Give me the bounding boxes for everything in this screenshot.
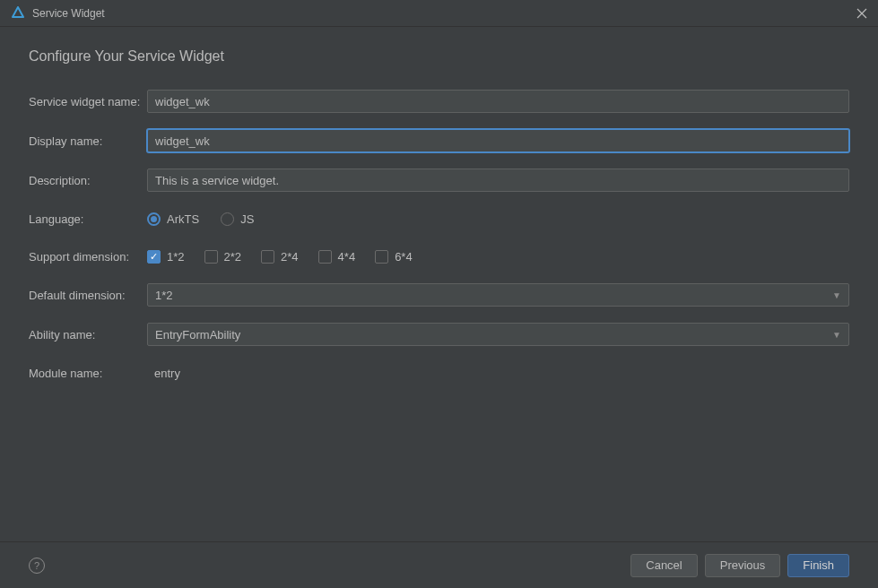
dimension-checkbox-2x4[interactable]: 2*4 bbox=[261, 250, 299, 264]
chevron-down-icon: ▼ bbox=[832, 290, 841, 300]
radio-icon bbox=[147, 212, 161, 226]
radio-label: ArkTS bbox=[167, 212, 199, 226]
checkbox-icon bbox=[261, 250, 274, 264]
finish-button[interactable]: Finish bbox=[787, 554, 849, 577]
checkbox-label: 4*4 bbox=[338, 250, 356, 264]
content-area: Configure Your Service Widget Service wi… bbox=[0, 27, 878, 384]
display-name-label: Display name: bbox=[29, 134, 147, 148]
support-dimension-group: 1*2 2*2 2*4 4*4 6*4 bbox=[147, 250, 849, 264]
language-radio-js[interactable]: JS bbox=[221, 212, 254, 226]
app-logo-icon bbox=[11, 6, 25, 21]
radio-icon bbox=[221, 212, 234, 226]
display-name-input[interactable] bbox=[147, 129, 849, 152]
description-input[interactable] bbox=[147, 169, 849, 192]
window-title: Service Widget bbox=[32, 7, 105, 20]
checkbox-label: 2*4 bbox=[281, 250, 299, 264]
radio-label: JS bbox=[240, 212, 254, 226]
select-value: EntryFormAbility bbox=[155, 328, 240, 342]
language-label: Language: bbox=[29, 212, 147, 226]
checkbox-icon bbox=[375, 250, 388, 264]
row-language: Language: ArkTS JS bbox=[29, 208, 849, 229]
cancel-button[interactable]: Cancel bbox=[630, 554, 697, 577]
checkbox-icon bbox=[147, 250, 161, 264]
row-widget-name: Service widget name: bbox=[29, 90, 849, 113]
widget-name-label: Service widget name: bbox=[29, 95, 147, 108]
help-icon[interactable]: ? bbox=[29, 558, 45, 574]
row-default-dimension: Default dimension: 1*2 ▼ bbox=[29, 283, 849, 307]
button-group: Cancel Previous Finish bbox=[630, 554, 849, 577]
window-titlebar: Service Widget bbox=[0, 0, 878, 27]
page-heading: Configure Your Service Widget bbox=[29, 48, 849, 65]
default-dimension-label: Default dimension: bbox=[29, 289, 147, 302]
checkbox-icon bbox=[204, 250, 218, 264]
widget-name-input[interactable] bbox=[147, 90, 849, 113]
dimension-checkbox-1x2[interactable]: 1*2 bbox=[147, 250, 185, 264]
support-dimension-label: Support dimension: bbox=[29, 250, 147, 264]
checkbox-icon bbox=[318, 250, 332, 264]
module-name-value: entry bbox=[147, 367, 180, 380]
checkbox-label: 1*2 bbox=[167, 250, 185, 264]
bottom-bar: ? Cancel Previous Finish bbox=[0, 541, 878, 588]
dimension-checkbox-6x4[interactable]: 6*4 bbox=[375, 250, 413, 264]
checkbox-label: 2*2 bbox=[224, 250, 242, 264]
row-support-dimension: Support dimension: 1*2 2*2 2*4 4*4 bbox=[29, 246, 849, 267]
ability-name-label: Ability name: bbox=[29, 328, 147, 342]
language-radio-arkts[interactable]: ArkTS bbox=[147, 212, 199, 226]
description-label: Description: bbox=[29, 174, 147, 187]
language-radio-group: ArkTS JS bbox=[147, 212, 849, 226]
previous-button[interactable]: Previous bbox=[705, 554, 781, 577]
row-ability-name: Ability name: EntryFormAbility ▼ bbox=[29, 323, 849, 346]
select-value: 1*2 bbox=[155, 289, 173, 302]
row-description: Description: bbox=[29, 169, 849, 192]
row-display-name: Display name: bbox=[29, 129, 849, 152]
default-dimension-select[interactable]: 1*2 ▼ bbox=[147, 283, 849, 307]
ability-name-select[interactable]: EntryFormAbility ▼ bbox=[147, 323, 849, 346]
module-name-label: Module name: bbox=[29, 367, 147, 380]
dimension-checkbox-4x4[interactable]: 4*4 bbox=[318, 250, 356, 264]
chevron-down-icon: ▼ bbox=[832, 330, 841, 340]
close-icon[interactable] bbox=[855, 6, 869, 21]
row-module-name: Module name: entry bbox=[29, 362, 849, 384]
checkbox-label: 6*4 bbox=[395, 250, 413, 264]
dimension-checkbox-2x2[interactable]: 2*2 bbox=[204, 250, 242, 264]
